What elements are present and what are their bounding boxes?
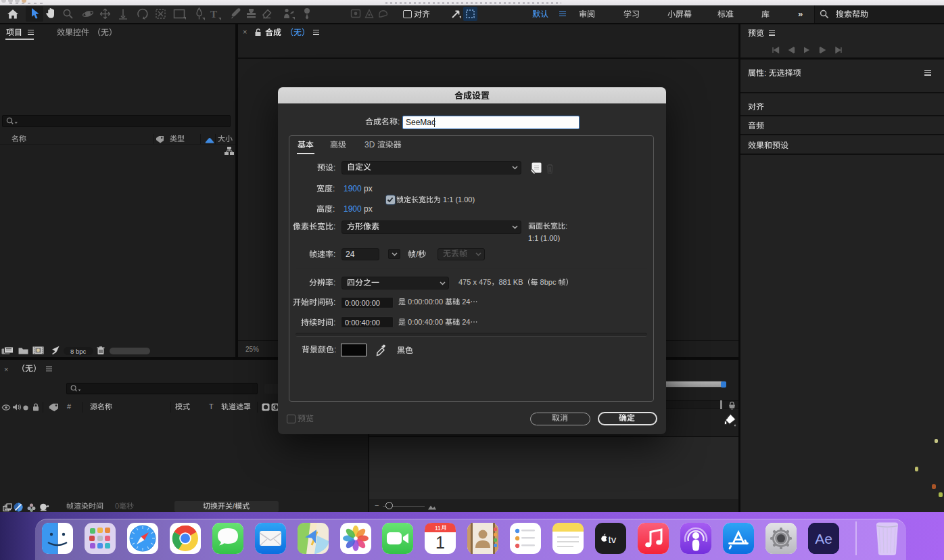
svg-text:»: »: [798, 9, 803, 19]
svg-text:/: /: [416, 250, 419, 259]
svg-text:T: T: [209, 402, 214, 411]
svg-text::: :: [333, 184, 335, 193]
svg-text:#: #: [67, 402, 72, 411]
svg-text:24: 24: [346, 250, 355, 259]
svg-text::: :: [764, 68, 769, 78]
svg-text:3D: 3D: [364, 140, 377, 149]
svg-text:24: 24: [460, 318, 470, 326]
svg-text:11: 11: [435, 525, 441, 532]
svg-text:−: −: [375, 501, 379, 509]
svg-text::: :: [333, 250, 335, 259]
svg-text::: :: [333, 204, 335, 214]
svg-text:px: px: [364, 184, 373, 193]
svg-text:/: /: [233, 502, 235, 510]
svg-text:1:1 (1.00): 1:1 (1.00): [441, 195, 475, 204]
svg-text:1: 1: [435, 533, 445, 552]
svg-text:475 x 475: 475 x 475: [458, 278, 491, 286]
svg-text:SeeMac: SeeMac: [406, 118, 435, 127]
svg-text:1900: 1900: [344, 184, 362, 193]
svg-text:Ae: Ae: [815, 531, 832, 546]
svg-text::: :: [334, 345, 336, 354]
svg-text:1:1 (1.00): 1:1 (1.00): [528, 234, 560, 242]
svg-text:T: T: [210, 9, 217, 20]
svg-text::: :: [333, 222, 335, 231]
svg-text:0:00:00:00: 0:00:00:00: [406, 298, 445, 306]
svg-text::: :: [333, 163, 335, 172]
svg-text::: :: [398, 117, 400, 126]
svg-text:1900: 1900: [344, 204, 362, 214]
svg-text:8bpc: 8bpc: [538, 278, 559, 286]
svg-text::: :: [333, 318, 335, 327]
svg-text:881 KB: 881 KB: [498, 278, 523, 286]
svg-text:24: 24: [460, 298, 470, 306]
svg-text:×: ×: [243, 28, 247, 36]
svg-text:0: 0: [115, 502, 119, 510]
svg-text:px: px: [364, 204, 373, 214]
svg-text:tv: tv: [609, 534, 617, 545]
svg-text:0:00:40:00: 0:00:40:00: [406, 318, 445, 326]
svg-text::: :: [333, 298, 335, 307]
svg-text:0:00:00:00: 0:00:00:00: [345, 299, 380, 307]
svg-text::: :: [333, 278, 335, 287]
svg-text:×: ×: [4, 365, 8, 373]
svg-text:8 bpc: 8 bpc: [70, 348, 86, 355]
svg-text:25%: 25%: [245, 346, 259, 353]
svg-text:0:00:40:00: 0:00:40:00: [345, 319, 380, 327]
svg-text::: :: [565, 222, 567, 230]
